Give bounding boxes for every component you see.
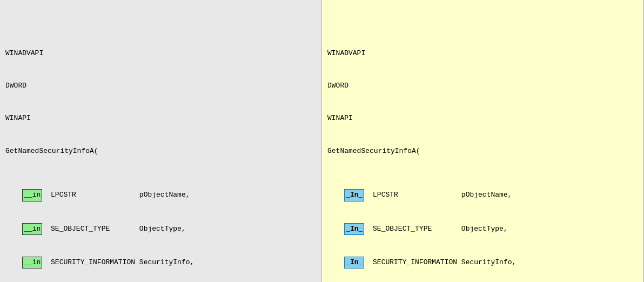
right-a-param1: _In_ LPCSTR pObjectName, <box>327 189 638 201</box>
left-a-line2: DWORD <box>5 80 316 91</box>
ann-in-1: __in <box>22 189 42 201</box>
right-a-line3: WINAPI <box>327 113 638 124</box>
right-panel: WINADVAPI DWORD WINAPI GetNamedSecurityI… <box>322 0 644 282</box>
left-a-param1: __in LPCSTR pObjectName, <box>5 189 316 201</box>
ann-in-3: __in <box>22 257 42 268</box>
ann-In-3: _In_ <box>344 257 364 268</box>
left-a-line1: WINADVAPI <box>5 48 316 59</box>
right-a-line4: GetNamedSecurityInfoA( <box>327 146 638 157</box>
left-code-block: WINADVAPI DWORD WINAPI GetNamedSecurityI… <box>5 4 316 282</box>
right-code-block: WINADVAPI DWORD WINAPI GetNamedSecurityI… <box>327 4 638 282</box>
left-panel: WINADVAPI DWORD WINAPI GetNamedSecurityI… <box>0 0 322 282</box>
left-a-line3: WINAPI <box>5 113 316 124</box>
right-a-param2: _In_ SE_OBJECT_TYPE ObjectType, <box>327 223 638 235</box>
right-a-line2: DWORD <box>327 80 638 91</box>
ann-in-2: __in <box>22 223 42 235</box>
left-a-param2: __in SE_OBJECT_TYPE ObjectType, <box>5 223 316 235</box>
right-a-line1: WINADVAPI <box>327 48 638 59</box>
ann-In-1: _In_ <box>344 189 364 201</box>
left-a-line4: GetNamedSecurityInfoA( <box>5 146 316 157</box>
right-a-param3: _In_ SECURITY_INFORMATION SecurityInfo, <box>327 257 638 268</box>
left-a-param3: __in SECURITY_INFORMATION SecurityInfo, <box>5 257 316 268</box>
ann-In-2: _In_ <box>344 223 364 235</box>
